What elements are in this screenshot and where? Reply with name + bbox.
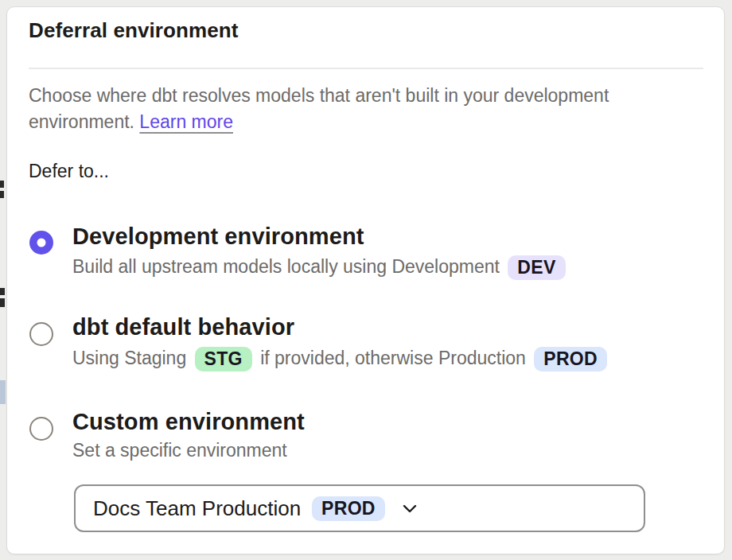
custom-environment-select[interactable]: Docs Team Production PROD (74, 484, 645, 532)
screen: Deferral environment Choose where dbt re… (0, 0, 732, 560)
subtitle-text: Set a specific environment (72, 440, 287, 461)
radio-dbt-default-behavior[interactable] (29, 322, 53, 346)
radio-development-environment[interactable] (29, 231, 53, 255)
subtitle-text: Using Staging (72, 348, 186, 368)
subtitle-text: Build all upstream models locally using … (72, 256, 500, 277)
option-label-custom-environment[interactable]: Custom environment (72, 407, 305, 436)
selected-environment-name: Docs Team Production (93, 496, 301, 521)
badge-prod: PROD (534, 347, 607, 371)
deferral-environment-panel: Deferral environment Choose where dbt re… (6, 6, 725, 554)
description-line1: Choose where dbt resolves models that ar… (29, 85, 609, 106)
defer-to-label: Defer to... (29, 159, 109, 183)
edge-artifact (0, 181, 4, 188)
option-subtitle-dbt-default-behavior: Using Staging STG if provided, otherwise… (72, 345, 610, 371)
radio-custom-environment[interactable] (29, 417, 53, 441)
edge-artifact (0, 191, 4, 198)
subtitle-text: if provided, otherwise Production (260, 348, 526, 368)
option-label-dbt-default-behavior[interactable]: dbt default behavior (72, 313, 294, 341)
description-line2: environment. (29, 111, 139, 132)
edge-artifact (0, 380, 6, 404)
divider (29, 68, 703, 69)
panel-title: Deferral environment (29, 17, 239, 44)
option-subtitle-development-environment: Build all upstream models locally using … (72, 254, 569, 280)
badge-prod: PROD (312, 496, 385, 521)
panel-description: Choose where dbt resolves models that ar… (29, 83, 609, 135)
option-subtitle-custom-environment: Set a specific environment (72, 438, 287, 464)
option-label-development-environment[interactable]: Development environment (72, 222, 364, 251)
learn-more-link[interactable]: Learn more (139, 111, 233, 132)
edge-artifact (0, 298, 5, 307)
badge-dev: DEV (508, 255, 565, 280)
edge-artifact (0, 288, 5, 295)
badge-stg: STG (195, 347, 252, 371)
chevron-down-icon (403, 504, 417, 513)
